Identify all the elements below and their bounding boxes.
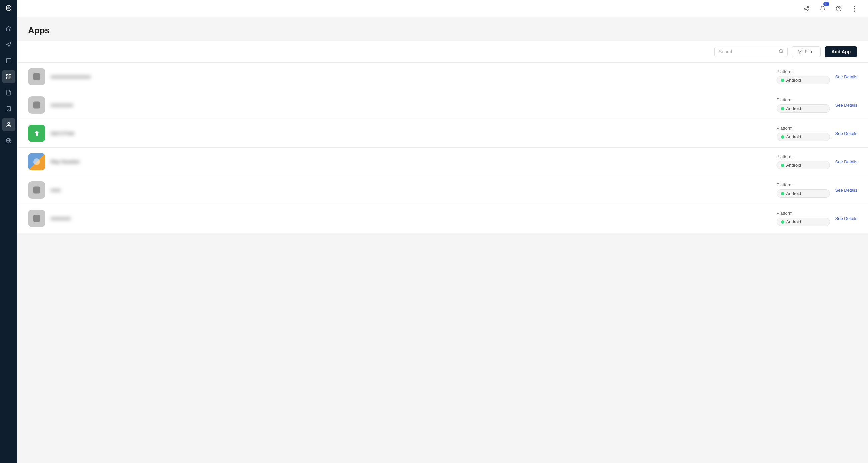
see-details-link[interactable]: See Details [835, 216, 857, 221]
app-icon [28, 153, 45, 170]
android-dot [781, 107, 784, 110]
page-header: Apps [17, 17, 868, 41]
see-details-link[interactable]: See Details [835, 160, 857, 165]
page-area: Apps Filter Add App [17, 17, 868, 463]
app-name: xxxx [51, 187, 61, 193]
top-header: 9+ [17, 0, 868, 17]
sidebar-item-messages[interactable] [2, 54, 16, 67]
svg-point-9 [804, 8, 806, 9]
app-row[interactable]: xxxxxxxxx Platform Android See Details [17, 91, 868, 119]
app-row[interactable]: xxxx Platform Android See Details [17, 176, 868, 204]
app-row[interactable]: xxxxxxxx Platform Android See Details [17, 204, 868, 233]
platform-label: Platform [777, 126, 830, 131]
see-details-link[interactable]: See Details [835, 188, 857, 193]
platform-name: Android [786, 78, 801, 83]
svg-rect-25 [33, 215, 40, 222]
app-info: Ray Houston [51, 159, 777, 165]
sidebar-item-integrations[interactable] [2, 134, 16, 147]
sidebar-item-apps[interactable] [2, 70, 16, 83]
svg-rect-4 [9, 77, 11, 79]
app-row[interactable]: Ray Houston Platform Android See Details [17, 148, 868, 176]
android-dot [781, 221, 784, 224]
svg-rect-24 [33, 187, 40, 194]
app-info: xxxxxxxx [51, 215, 777, 222]
android-dot [781, 164, 784, 167]
see-details-link[interactable]: See Details [835, 131, 857, 136]
app-name: Ray Houston [51, 159, 80, 165]
sidebar-item-home[interactable] [2, 22, 16, 35]
svg-point-17 [854, 10, 855, 12]
app-icon [28, 210, 45, 227]
sidebar-logo[interactable] [5, 4, 13, 14]
svg-point-15 [854, 6, 855, 7]
platform-badge: Android [777, 105, 830, 113]
app-icon [28, 125, 45, 142]
app-info: xxxxxxxxx [51, 102, 777, 108]
app-icon [28, 96, 45, 114]
platform-section: Platform Android [777, 126, 830, 141]
app-info: xxxx [51, 187, 777, 193]
svg-rect-2 [9, 75, 11, 76]
svg-point-16 [854, 8, 855, 9]
add-app-button[interactable]: Add App [825, 46, 857, 57]
app-info: Get it Free [51, 131, 777, 137]
sidebar-item-users[interactable] [2, 118, 16, 132]
help-icon[interactable] [833, 3, 844, 14]
see-details-link[interactable]: See Details [835, 75, 857, 79]
platform-badge: Android [777, 161, 830, 170]
android-dot [781, 136, 784, 139]
android-dot [781, 79, 784, 82]
more-options-icon[interactable] [849, 3, 860, 14]
search-input[interactable] [719, 49, 776, 54]
filter-button[interactable]: Filter [792, 46, 821, 57]
platform-badge: Android [777, 76, 830, 84]
sidebar-item-bookmarks[interactable] [2, 102, 16, 115]
main-content: 9+ Apps [17, 0, 868, 463]
notification-icon[interactable]: 9+ [817, 3, 828, 14]
see-details-link[interactable]: See Details [835, 103, 857, 108]
app-name: xxxxxxxx [51, 215, 71, 221]
search-icon[interactable] [779, 49, 783, 55]
svg-rect-21 [33, 74, 40, 80]
page-title: Apps [28, 25, 857, 36]
app-name: xxxxxxxxx [51, 102, 73, 108]
app-icon [28, 181, 45, 199]
platform-label: Platform [777, 211, 830, 216]
toolbar: Filter Add App [17, 41, 868, 63]
svg-marker-20 [798, 50, 802, 54]
app-row[interactable]: xxxxxxxxxxxxxxxx Platform Android See De… [17, 63, 868, 91]
app-info: xxxxxxxxxxxxxxxx [51, 74, 777, 80]
platform-label: Platform [777, 182, 830, 187]
svg-point-18 [779, 49, 782, 52]
sidebar-item-reports[interactable] [2, 86, 16, 99]
platform-section: Platform Android [777, 154, 830, 170]
svg-line-19 [782, 52, 783, 53]
platform-badge: Android [777, 133, 830, 141]
svg-point-5 [8, 122, 10, 124]
app-icon [28, 68, 45, 85]
svg-point-8 [807, 6, 809, 8]
svg-rect-3 [6, 77, 8, 79]
app-row[interactable]: Get it Free Platform Android See Details [17, 119, 868, 148]
platform-section: Platform Android [777, 69, 830, 84]
platform-label: Platform [777, 69, 830, 74]
platform-name: Android [786, 163, 801, 168]
platform-name: Android [786, 220, 801, 225]
filter-label: Filter [805, 49, 815, 54]
platform-name: Android [786, 135, 801, 139]
search-wrapper[interactable] [714, 47, 788, 57]
sidebar [0, 0, 17, 463]
share-icon[interactable] [801, 3, 812, 14]
platform-badge: Android [777, 190, 830, 198]
platform-name: Android [786, 106, 801, 111]
svg-point-10 [807, 10, 809, 11]
platform-section: Platform Android [777, 97, 830, 113]
svg-line-12 [806, 7, 807, 8]
svg-rect-1 [6, 75, 8, 76]
sidebar-item-campaigns[interactable] [2, 38, 16, 51]
platform-label: Platform [777, 97, 830, 103]
platform-section: Platform Android [777, 182, 830, 198]
svg-rect-22 [33, 102, 40, 109]
app-list: xxxxxxxxxxxxxxxx Platform Android See De… [17, 63, 868, 233]
android-dot [781, 192, 784, 196]
